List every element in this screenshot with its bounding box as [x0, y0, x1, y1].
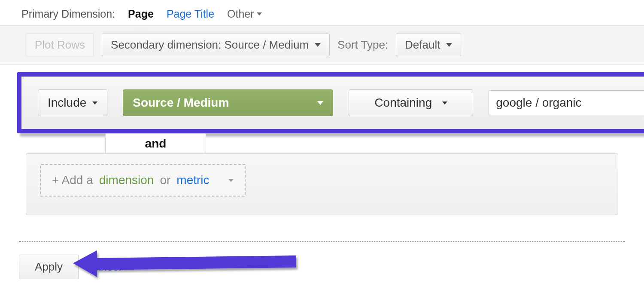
- primary-dimension-label: Primary Dimension:: [21, 8, 115, 20]
- filter-match-label: Containing: [374, 96, 432, 110]
- chevron-down-icon: [317, 101, 323, 105]
- sort-type-value: Default: [405, 38, 440, 52]
- add-dimension-word: dimension: [99, 173, 154, 187]
- plot-rows-label: Plot Rows: [35, 38, 85, 52]
- filter-row-highlight: Include Source / Medium Containing: [17, 72, 644, 133]
- chevron-down-icon: [228, 179, 234, 182]
- filter-and-tab: and: [105, 133, 206, 153]
- filter-row-wrapper: Include Source / Medium Containing: [0, 72, 644, 133]
- filter-and-label: and: [145, 137, 167, 151]
- add-or-word: or: [160, 173, 170, 187]
- apply-button[interactable]: Apply: [19, 255, 79, 279]
- filter-dimension-label: Source / Medium: [133, 96, 229, 110]
- plot-rows-button[interactable]: Plot Rows: [26, 34, 94, 56]
- add-dimension-metric-button[interactable]: + Add a dimension or metric: [40, 164, 246, 197]
- sort-type-select[interactable]: Default: [396, 34, 461, 56]
- section-divider: [19, 241, 625, 242]
- secondary-dimension-select[interactable]: Secondary dimension: Source / Medium: [102, 34, 330, 56]
- chevron-down-icon: [92, 101, 97, 105]
- chevron-down-icon: [257, 12, 262, 15]
- add-metric-word: metric: [176, 173, 209, 187]
- filter-include-label: Include: [48, 96, 86, 110]
- cancel-link[interactable]: cancel: [89, 260, 121, 274]
- primary-dimension-row: Primary Dimension: Page Page Title Other: [0, 4, 644, 25]
- report-toolbar: Plot Rows Secondary dimension: Source / …: [0, 25, 644, 65]
- filter-dimension-select[interactable]: Source / Medium: [123, 89, 333, 116]
- chevron-down-icon: [446, 43, 452, 47]
- primary-dimension-page-title[interactable]: Page Title: [167, 8, 214, 20]
- primary-dimension-other[interactable]: Other: [227, 8, 262, 20]
- secondary-dimension-label: Secondary dimension: Source / Medium: [111, 38, 309, 52]
- filter-match-select[interactable]: Containing: [349, 89, 473, 116]
- primary-dimension-other-label: Other: [227, 8, 254, 20]
- apply-row: Apply cancel: [0, 251, 644, 286]
- chevron-down-icon: [315, 43, 321, 47]
- primary-dimension-page[interactable]: Page: [128, 8, 154, 20]
- apply-button-label: Apply: [35, 260, 63, 273]
- add-prefix: + Add a: [52, 173, 93, 187]
- filter-include-select[interactable]: Include: [38, 89, 107, 116]
- chevron-down-icon: [442, 101, 447, 105]
- filter-and-panel: and + Add a dimension or metric: [26, 153, 618, 215]
- filter-value-input[interactable]: [489, 90, 644, 115]
- sort-type-label: Sort Type:: [337, 38, 388, 52]
